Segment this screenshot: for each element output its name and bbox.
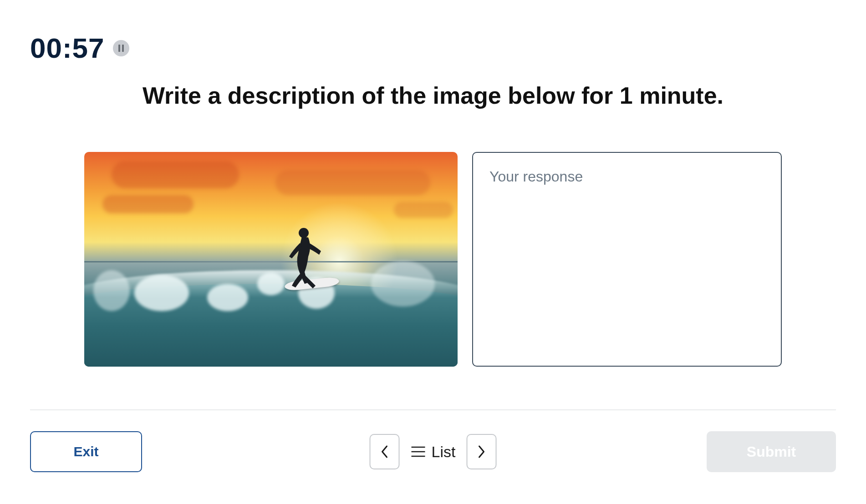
response-box xyxy=(472,152,782,367)
next-button[interactable] xyxy=(466,434,496,469)
svg-rect-0 xyxy=(118,45,120,52)
timer-row: 00:57 xyxy=(30,32,129,64)
response-input[interactable] xyxy=(489,168,764,350)
pause-icon xyxy=(118,45,124,52)
nav-center: List xyxy=(370,434,497,469)
exit-button[interactable]: Exit xyxy=(30,431,142,472)
list-icon xyxy=(411,445,426,458)
chevron-left-icon xyxy=(380,444,390,459)
prompt-image xyxy=(84,152,458,367)
svg-rect-1 xyxy=(122,45,124,52)
list-button[interactable]: List xyxy=(411,443,456,461)
content-area xyxy=(84,152,782,367)
instruction-text: Write a description of the image below f… xyxy=(0,82,866,109)
list-label: List xyxy=(432,443,456,461)
timer-display: 00:57 xyxy=(30,32,105,64)
prev-button[interactable] xyxy=(370,434,400,469)
chevron-right-icon xyxy=(476,444,486,459)
footer-divider xyxy=(30,409,836,410)
footer: Exit List Submit xyxy=(30,431,836,472)
submit-button[interactable]: Submit xyxy=(707,431,836,472)
svg-point-2 xyxy=(299,228,309,238)
pause-button[interactable] xyxy=(113,40,129,56)
